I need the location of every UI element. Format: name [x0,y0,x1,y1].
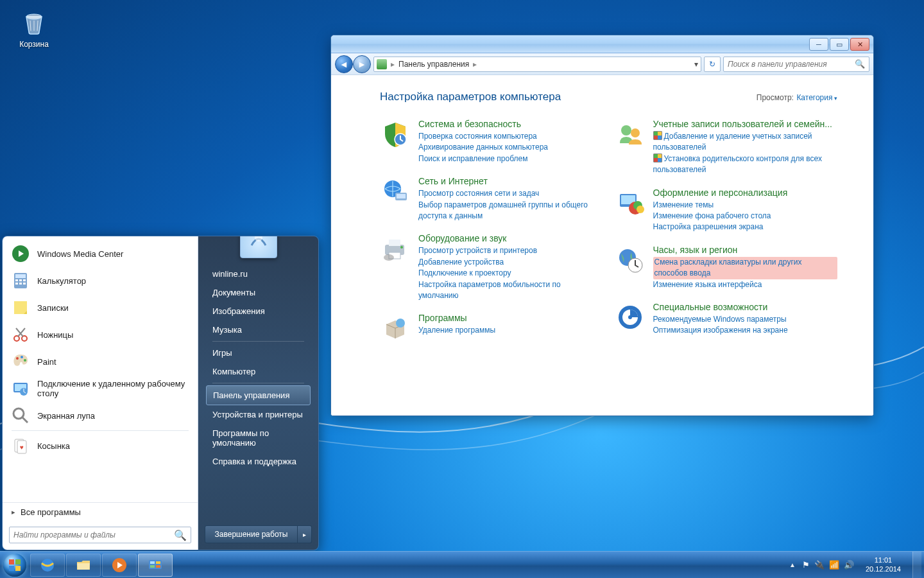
start-prog-solitaire[interactable]: ♥Косынка [5,432,195,459]
start-menu-left-panel: Windows Media Center Калькулятор Записки… [3,236,198,550]
start-link-pictures[interactable]: Изображения [206,302,311,320]
breadcrumb-item[interactable]: Панель управления [398,60,469,69]
action-center-icon[interactable]: ⚑ [802,560,810,570]
desktop-icon-recycle-bin[interactable]: Корзина [12,8,56,49]
taskbar-button-explorer[interactable] [66,554,101,577]
show-desktop-button[interactable] [912,552,921,579]
search-input[interactable] [728,60,855,69]
control-panel-icon [377,59,387,69]
window-titlebar[interactable]: ─ ▭ ✕ [331,35,873,53]
category-title[interactable]: Оборудование и звук [418,233,603,243]
category-link[interactable]: Изменение темы [653,200,838,211]
start-prog-magnifier[interactable]: Экранная лупа [5,402,195,429]
svg-rect-53 [150,561,155,564]
start-prog-calculator[interactable]: Калькулятор [5,267,195,294]
taskbar-button-ie[interactable] [30,554,65,577]
start-prog-remote-desktop[interactable]: Подключение к удаленному рабочему столу [5,375,195,402]
category-link[interactable]: Рекомендуемые Windows параметры [653,314,838,325]
category-link[interactable]: Удаление программы [418,325,603,336]
start-prog-paint[interactable]: Paint [5,348,195,375]
view-dropdown[interactable]: Категория [796,93,837,102]
category-link[interactable]: Изменение языка интерфейса [653,279,838,290]
palette-icon [10,351,31,372]
start-link-games[interactable]: Игры [206,344,311,362]
start-search-box[interactable]: 🔍 [9,527,191,543]
category-link[interactable]: Добавление устройства [418,257,603,268]
svg-point-12 [631,128,640,137]
start-prog-snipping-tool[interactable]: Ножницы [5,321,195,348]
start-menu-search: 🔍 [3,521,198,550]
search-box[interactable]: 🔍 [723,57,869,72]
category-link[interactable]: Поиск и исправление проблем [418,153,603,164]
svg-rect-28 [23,279,26,281]
start-button[interactable] [0,552,30,579]
minimize-button[interactable]: ─ [809,38,828,51]
category-link[interactable]: Настройка параметров мобильности по умол… [418,279,603,302]
volume-icon[interactable]: 🔊 [844,560,854,570]
category-link[interactable]: Оптимизация изображения на экране [653,325,838,336]
system-tray: ▲ ⚑ 🔌 📶 🔊 11:01 20.12.2014 [783,552,924,579]
category-title[interactable]: Сеть и Интернет [418,176,603,186]
start-link-computer[interactable]: Компьютер [206,362,311,381]
start-search-input[interactable] [13,530,174,539]
start-prog-label: Косынка [37,441,70,451]
start-prog-label: Paint [37,357,56,367]
category-link[interactable]: Добавление и удаление учетных записей по… [653,131,838,153]
category-ease-of-access: Специальные возможности Рекомендуемые Wi… [615,302,838,337]
start-prog-sticky-notes[interactable]: Записки [5,294,195,321]
category-link[interactable]: Подключение к проектору [418,268,603,279]
svg-point-8 [400,246,403,249]
start-link-documents[interactable]: Документы [206,283,311,302]
nav-back-button[interactable]: ◄ [335,55,353,73]
category-hardware: Оборудование и звук Просмотр устройств и… [380,233,603,301]
nav-forward-button[interactable]: ► [353,55,371,73]
start-menu-all-programs[interactable]: Все программы [3,502,198,521]
category-title[interactable]: Система и безопасность [418,119,603,129]
start-prog-media-center[interactable]: Windows Media Center [5,240,195,267]
taskbar-clock[interactable]: 11:01 20.12.2014 [860,556,906,573]
category-link[interactable]: Установка родительского контроля для все… [653,153,838,176]
svg-rect-29 [15,283,18,285]
svg-rect-55 [150,565,155,568]
start-prog-label: Ножницы [37,330,73,340]
network-icon[interactable]: 📶 [829,560,839,570]
start-link-user[interactable]: winline.ru [206,265,311,283]
category-title[interactable]: Оформление и персонализация [653,188,838,198]
maximize-button[interactable]: ▭ [830,38,849,51]
refresh-button[interactable]: ↻ [704,57,721,72]
category-link[interactable]: Просмотр состояния сети и задач [418,188,603,199]
start-menu-separator [212,341,304,342]
category-link-highlighted[interactable]: Смена раскладки клавиатуры или других сп… [653,257,838,279]
start-orb-icon [3,554,26,577]
category-title[interactable]: Программы [418,313,603,323]
category-link[interactable]: Выбор параметров домашней группы и общег… [418,200,603,222]
address-bar[interactable]: ▸ Панель управления ▸ ▾ [373,57,701,72]
svg-point-0 [26,14,42,19]
category-title[interactable]: Учетные записи пользователей и семейн... [653,119,838,129]
address-dropdown-icon[interactable]: ▾ [694,60,698,69]
start-link-help[interactable]: Справка и поддержка [206,452,311,471]
start-link-default-programs[interactable]: Программы по умолчанию [206,424,311,452]
svg-rect-4 [397,194,406,198]
start-link-control-panel[interactable]: Панель управления [206,385,311,405]
taskbar-button-control-panel[interactable] [138,554,173,577]
shutdown-button[interactable]: Завершение работы [205,525,298,543]
user-avatar[interactable] [240,236,277,258]
category-title[interactable]: Часы, язык и регион [653,245,838,255]
media-center-icon [10,243,31,264]
category-link[interactable]: Настройка разрешения экрана [653,222,838,232]
tray-overflow-button[interactable]: ▲ [789,561,796,568]
power-icon[interactable]: 🔌 [814,560,825,570]
shutdown-options-button[interactable]: ▸ [298,525,312,543]
category-link[interactable]: Просмотр устройств и принтеров [418,245,603,256]
category-link[interactable]: Архивирование данных компьютера [418,142,603,153]
shield-icon [380,119,411,150]
category-title[interactable]: Специальные возможности [653,302,838,312]
svg-rect-30 [19,283,22,285]
category-link[interactable]: Изменение фона рабочего стола [653,211,838,222]
start-link-devices[interactable]: Устройства и принтеры [206,405,311,424]
taskbar-button-media-player[interactable] [102,554,137,577]
close-button[interactable]: ✕ [850,38,869,51]
start-link-music[interactable]: Музыка [206,320,311,339]
category-link[interactable]: Проверка состояния компьютера [418,131,603,142]
